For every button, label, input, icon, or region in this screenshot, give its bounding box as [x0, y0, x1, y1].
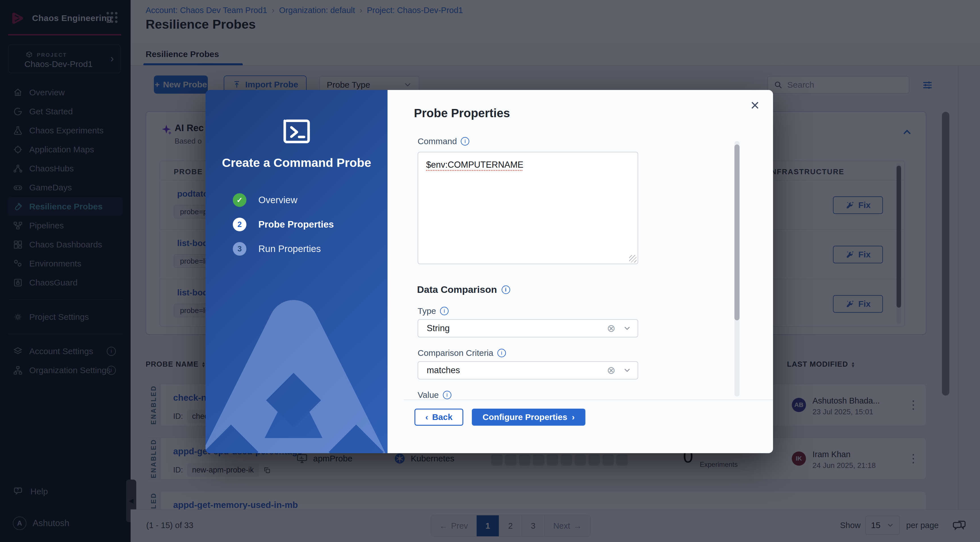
footer-divider	[404, 399, 773, 400]
step-overview[interactable]: ✓ Overview	[233, 193, 298, 207]
step-probe-properties[interactable]: 2 Probe Properties	[233, 218, 334, 231]
value-label: Value i	[418, 390, 452, 399]
modal-title: Probe Properties	[414, 106, 510, 120]
chevron-down-icon	[623, 366, 632, 375]
modal-left-panel: Create a Command Probe ✓ Overview 2 Prob…	[205, 90, 388, 453]
step-run-properties[interactable]: 3 Run Properties	[233, 242, 321, 256]
modal-footer: ‹ Back Configure Properties ›	[388, 399, 773, 453]
info-icon[interactable]: i	[440, 307, 449, 315]
terminal-icon	[280, 116, 313, 147]
modal-scrollbar[interactable]	[735, 141, 740, 396]
configure-properties-button[interactable]: Configure Properties ›	[472, 408, 585, 426]
chevron-right-icon: ›	[572, 413, 574, 421]
create-command-probe-modal: Create a Command Probe ✓ Overview 2 Prob…	[205, 90, 773, 453]
modal-content-panel: × Probe Properties Command i $env:COMPUT…	[388, 90, 773, 453]
command-textarea[interactable]: $env:COMPUTERNAME	[418, 152, 638, 264]
info-icon[interactable]: i	[443, 391, 452, 399]
type-label: Type i	[418, 306, 449, 316]
step-done-check-icon: ✓	[233, 193, 247, 207]
type-select[interactable]: String ⊗	[418, 319, 638, 337]
modal-form-body: Command i $env:COMPUTERNAME Data Compari…	[388, 132, 773, 399]
data-comparison-section-title: Data Comparison i	[417, 284, 510, 295]
clear-icon[interactable]: ⊗	[607, 365, 616, 375]
info-icon[interactable]: i	[461, 137, 469, 146]
chevron-left-icon: ‹	[425, 413, 428, 421]
command-label: Command i	[418, 137, 469, 146]
chaos-watermark	[205, 269, 388, 453]
step-number: 2	[233, 218, 247, 231]
chevron-down-icon	[623, 324, 632, 332]
info-icon[interactable]: i	[502, 286, 510, 294]
resize-handle[interactable]	[629, 255, 636, 262]
app-root: Chaos Engineering PROJECT Chaos-Dev-Prod…	[0, 0, 980, 542]
step-number: 3	[233, 242, 247, 256]
clear-icon[interactable]: ⊗	[607, 323, 616, 334]
comparison-criteria-select[interactable]: matches ⊗	[418, 361, 638, 380]
info-icon[interactable]: i	[497, 349, 506, 357]
back-button[interactable]: ‹ Back	[415, 408, 463, 426]
close-icon[interactable]: ×	[750, 97, 759, 113]
wizard-title: Create a Command Probe	[205, 156, 388, 170]
comparison-criteria-label: Comparison Criteria i	[418, 348, 506, 358]
